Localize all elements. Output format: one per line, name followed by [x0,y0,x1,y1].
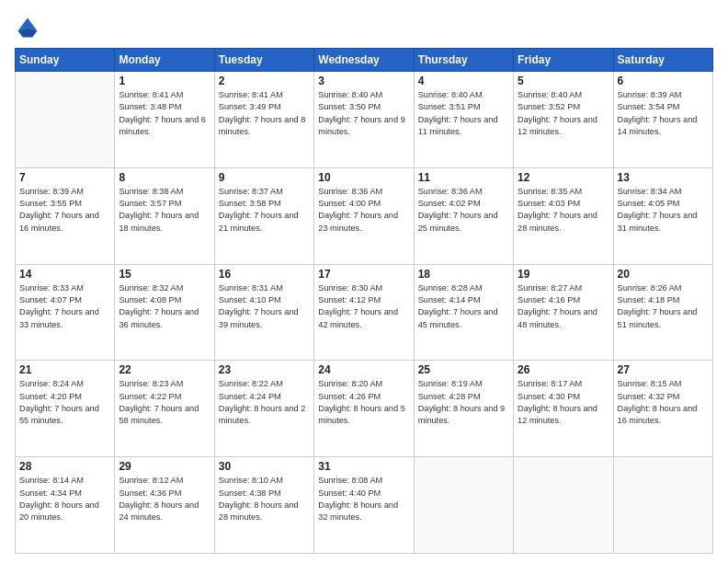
day-info: Sunrise: 8:14 AM Sunset: 4:34 PM Dayligh… [19,475,110,523]
day-number: 23 [219,363,310,376]
day-number: 30 [219,460,310,473]
day-cell: 26Sunrise: 8:17 AM Sunset: 4:30 PM Dayli… [514,361,613,457]
day-cell: 7Sunrise: 8:39 AM Sunset: 3:55 PM Daylig… [16,167,115,264]
weekday-header-sunday: Sunday [16,49,115,72]
day-cell: 12Sunrise: 8:35 AM Sunset: 4:03 PM Dayli… [514,167,613,264]
day-info: Sunrise: 8:32 AM Sunset: 4:08 PM Dayligh… [119,282,210,331]
weekday-header-saturday: Saturday [613,49,712,72]
day-cell: 19Sunrise: 8:27 AM Sunset: 4:16 PM Dayli… [514,264,613,361]
day-info: Sunrise: 8:23 AM Sunset: 4:22 PM Dayligh… [119,378,210,427]
day-cell: 13Sunrise: 8:34 AM Sunset: 4:05 PM Dayli… [613,167,712,264]
day-info: Sunrise: 8:19 AM Sunset: 4:28 PM Dayligh… [418,378,509,427]
day-number: 12 [518,171,609,184]
day-info: Sunrise: 8:39 AM Sunset: 3:54 PM Dayligh… [618,89,709,138]
day-info: Sunrise: 8:37 AM Sunset: 3:58 PM Dayligh… [219,186,310,235]
day-info: Sunrise: 8:27 AM Sunset: 4:16 PM Dayligh… [518,282,609,331]
day-cell: 14Sunrise: 8:33 AM Sunset: 4:07 PM Dayli… [16,264,115,361]
day-cell: 20Sunrise: 8:26 AM Sunset: 4:18 PM Dayli… [613,264,712,361]
day-number: 18 [418,268,509,281]
day-number: 28 [19,460,110,473]
day-cell: 31Sunrise: 8:08 AM Sunset: 4:40 PM Dayli… [314,457,414,554]
day-cell: 29Sunrise: 8:12 AM Sunset: 4:36 PM Dayli… [115,457,214,554]
day-cell: 16Sunrise: 8:31 AM Sunset: 4:10 PM Dayli… [214,264,313,361]
day-number: 31 [318,460,409,473]
calendar-table: SundayMondayTuesdayWednesdayThursdayFrid… [15,48,713,554]
day-info: Sunrise: 8:12 AM Sunset: 4:36 PM Dayligh… [119,475,210,523]
day-cell [514,457,613,554]
day-info: Sunrise: 8:26 AM Sunset: 4:18 PM Dayligh… [618,282,709,331]
day-cell: 9Sunrise: 8:37 AM Sunset: 3:58 PM Daylig… [214,167,313,264]
day-cell: 15Sunrise: 8:32 AM Sunset: 4:08 PM Dayli… [115,264,214,361]
day-cell: 5Sunrise: 8:40 AM Sunset: 3:52 PM Daylig… [514,72,613,168]
day-info: Sunrise: 8:15 AM Sunset: 4:32 PM Dayligh… [618,378,709,427]
day-cell: 1Sunrise: 8:41 AM Sunset: 3:48 PM Daylig… [115,72,214,168]
week-row-2: 14Sunrise: 8:33 AM Sunset: 4:07 PM Dayli… [16,264,713,361]
day-number: 9 [219,171,310,184]
day-number: 17 [318,268,409,281]
day-number: 24 [318,363,409,376]
week-row-0: 1Sunrise: 8:41 AM Sunset: 3:48 PM Daylig… [16,72,713,168]
day-number: 4 [418,75,509,87]
day-cell: 28Sunrise: 8:14 AM Sunset: 4:34 PM Dayli… [16,457,115,554]
day-cell: 23Sunrise: 8:22 AM Sunset: 4:24 PM Dayli… [214,361,313,457]
day-info: Sunrise: 8:40 AM Sunset: 3:52 PM Dayligh… [518,89,609,138]
day-info: Sunrise: 8:36 AM Sunset: 4:00 PM Dayligh… [318,186,409,235]
day-cell: 17Sunrise: 8:30 AM Sunset: 4:12 PM Dayli… [314,264,414,361]
page-header [15,15,713,40]
day-cell: 27Sunrise: 8:15 AM Sunset: 4:32 PM Dayli… [613,361,712,457]
day-cell: 21Sunrise: 8:24 AM Sunset: 4:20 PM Dayli… [16,361,115,457]
weekday-header-friday: Friday [514,49,613,72]
day-cell: 18Sunrise: 8:28 AM Sunset: 4:14 PM Dayli… [414,264,513,361]
day-number: 13 [618,171,709,184]
logo [15,15,44,40]
day-number: 2 [219,75,310,87]
day-cell: 25Sunrise: 8:19 AM Sunset: 4:28 PM Dayli… [414,361,513,457]
day-info: Sunrise: 8:40 AM Sunset: 3:51 PM Dayligh… [418,89,509,138]
day-info: Sunrise: 8:10 AM Sunset: 4:38 PM Dayligh… [219,475,310,523]
weekday-header-wednesday: Wednesday [314,49,414,72]
day-cell: 30Sunrise: 8:10 AM Sunset: 4:38 PM Dayli… [214,457,313,554]
day-info: Sunrise: 8:35 AM Sunset: 4:03 PM Dayligh… [518,186,609,235]
day-cell: 10Sunrise: 8:36 AM Sunset: 4:00 PM Dayli… [314,167,414,264]
day-info: Sunrise: 8:24 AM Sunset: 4:20 PM Dayligh… [19,378,110,427]
day-number: 5 [518,75,609,87]
day-number: 25 [418,363,509,376]
day-info: Sunrise: 8:28 AM Sunset: 4:14 PM Dayligh… [418,282,509,331]
day-number: 27 [618,363,709,376]
day-info: Sunrise: 8:30 AM Sunset: 4:12 PM Dayligh… [318,282,409,331]
day-cell: 22Sunrise: 8:23 AM Sunset: 4:22 PM Dayli… [115,361,214,457]
day-number: 14 [19,268,110,281]
day-info: Sunrise: 8:17 AM Sunset: 4:30 PM Dayligh… [518,378,609,427]
weekday-header-monday: Monday [115,49,214,72]
day-number: 26 [518,363,609,376]
day-info: Sunrise: 8:20 AM Sunset: 4:26 PM Dayligh… [318,378,409,427]
day-cell: 4Sunrise: 8:40 AM Sunset: 3:51 PM Daylig… [414,72,513,168]
weekday-header-thursday: Thursday [414,49,513,72]
day-cell: 6Sunrise: 8:39 AM Sunset: 3:54 PM Daylig… [613,72,712,168]
day-info: Sunrise: 8:31 AM Sunset: 4:10 PM Dayligh… [219,282,310,331]
day-number: 29 [119,460,210,473]
day-cell [414,457,513,554]
day-info: Sunrise: 8:41 AM Sunset: 3:48 PM Dayligh… [119,89,210,138]
day-number: 21 [19,363,110,376]
day-number: 19 [518,268,609,281]
week-row-4: 28Sunrise: 8:14 AM Sunset: 4:34 PM Dayli… [16,457,713,554]
weekday-header-row: SundayMondayTuesdayWednesdayThursdayFrid… [16,49,713,72]
day-number: 3 [318,75,409,87]
day-info: Sunrise: 8:38 AM Sunset: 3:57 PM Dayligh… [119,186,210,235]
logo-icon [15,15,40,40]
day-info: Sunrise: 8:08 AM Sunset: 4:40 PM Dayligh… [318,475,409,523]
day-cell [613,457,712,554]
day-cell: 8Sunrise: 8:38 AM Sunset: 3:57 PM Daylig… [115,167,214,264]
day-number: 11 [418,171,509,184]
day-info: Sunrise: 8:33 AM Sunset: 4:07 PM Dayligh… [19,282,110,331]
day-number: 20 [618,268,709,281]
day-cell [16,72,115,168]
day-number: 15 [119,268,210,281]
day-number: 6 [618,75,709,87]
day-info: Sunrise: 8:22 AM Sunset: 4:24 PM Dayligh… [219,378,310,427]
day-number: 10 [318,171,409,184]
day-number: 7 [19,171,110,184]
day-info: Sunrise: 8:34 AM Sunset: 4:05 PM Dayligh… [618,186,709,235]
day-info: Sunrise: 8:36 AM Sunset: 4:02 PM Dayligh… [418,186,509,235]
